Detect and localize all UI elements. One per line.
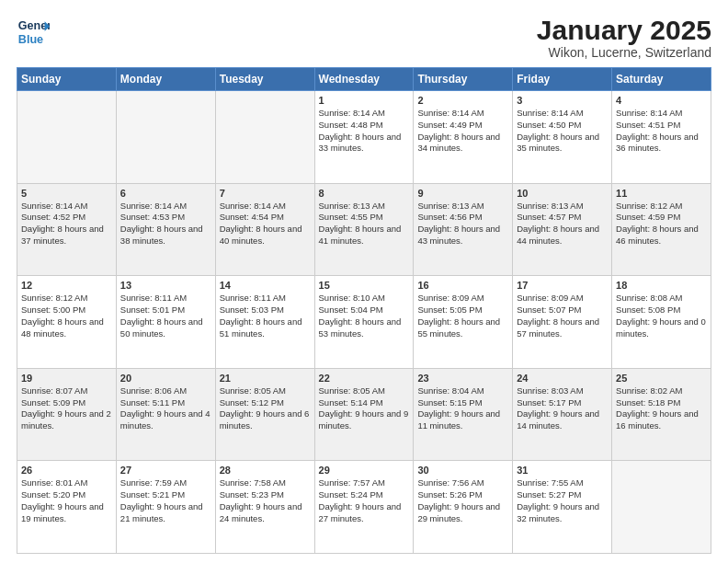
calendar-week-row: 26Sunrise: 8:01 AMSunset: 5:20 PMDayligh…	[17, 461, 711, 554]
day-number: 28	[220, 465, 311, 476]
day-info: Sunrise: 8:14 AMSunset: 4:53 PMDaylight:…	[120, 201, 211, 247]
day-info: Sunrise: 8:07 AMSunset: 5:09 PMDaylight:…	[21, 385, 112, 432]
calendar-cell: 19Sunrise: 8:07 AMSunset: 5:09 PMDayligh…	[17, 368, 117, 461]
day-number: 9	[417, 188, 508, 199]
calendar-cell: 29Sunrise: 7:57 AMSunset: 5:24 PMDayligh…	[314, 461, 414, 554]
calendar-cell: 10Sunrise: 8:13 AMSunset: 4:57 PMDayligh…	[513, 183, 612, 276]
calendar-cell: 23Sunrise: 8:04 AMSunset: 5:15 PMDayligh…	[414, 368, 513, 461]
weekday-header-friday: Friday	[513, 68, 612, 91]
calendar-cell: 24Sunrise: 8:03 AMSunset: 5:17 PMDayligh…	[513, 368, 612, 461]
day-number: 11	[616, 188, 707, 199]
day-info: Sunrise: 8:06 AMSunset: 5:11 PMDaylight:…	[120, 385, 211, 432]
logo-area: General Blue	[17, 15, 50, 48]
calendar-week-row: 1Sunrise: 8:14 AMSunset: 4:48 PMDaylight…	[17, 91, 711, 184]
calendar-cell	[612, 461, 711, 554]
calendar-cell: 28Sunrise: 7:58 AMSunset: 5:23 PMDayligh…	[215, 461, 314, 554]
calendar-cell: 21Sunrise: 8:05 AMSunset: 5:12 PMDayligh…	[215, 368, 314, 461]
day-info: Sunrise: 8:11 AMSunset: 5:03 PMDaylight:…	[220, 293, 311, 339]
calendar-cell: 22Sunrise: 8:05 AMSunset: 5:14 PMDayligh…	[314, 368, 414, 461]
calendar-cell: 30Sunrise: 7:56 AMSunset: 5:26 PMDayligh…	[414, 461, 513, 554]
day-number: 25	[616, 373, 707, 384]
day-number: 29	[319, 465, 410, 476]
day-number: 31	[517, 465, 608, 476]
day-info: Sunrise: 8:13 AMSunset: 4:56 PMDaylight:…	[417, 201, 508, 247]
day-number: 21	[220, 373, 311, 384]
day-number: 6	[120, 188, 211, 199]
day-info: Sunrise: 8:12 AMSunset: 4:59 PMDaylight:…	[616, 201, 707, 247]
calendar-cell	[17, 91, 117, 184]
day-info: Sunrise: 8:13 AMSunset: 4:57 PMDaylight:…	[517, 201, 608, 247]
day-number: 2	[417, 95, 508, 106]
calendar-cell: 27Sunrise: 7:59 AMSunset: 5:21 PMDayligh…	[116, 461, 215, 554]
day-number: 14	[220, 280, 311, 291]
calendar-cell: 25Sunrise: 8:02 AMSunset: 5:18 PMDayligh…	[612, 368, 711, 461]
day-info: Sunrise: 8:09 AMSunset: 5:07 PMDaylight:…	[517, 293, 608, 339]
calendar-cell: 2Sunrise: 8:14 AMSunset: 4:49 PMDaylight…	[414, 91, 513, 184]
day-info: Sunrise: 8:14 AMSunset: 4:50 PMDaylight:…	[517, 108, 608, 155]
weekday-header-thursday: Thursday	[414, 68, 513, 91]
day-info: Sunrise: 8:14 AMSunset: 4:49 PMDaylight:…	[417, 108, 508, 155]
day-info: Sunrise: 8:14 AMSunset: 4:52 PMDaylight:…	[21, 201, 112, 247]
calendar-cell: 6Sunrise: 8:14 AMSunset: 4:53 PMDaylight…	[116, 183, 215, 276]
day-info: Sunrise: 8:10 AMSunset: 5:04 PMDaylight:…	[319, 293, 410, 339]
day-number: 27	[120, 465, 211, 476]
day-info: Sunrise: 8:14 AMSunset: 4:48 PMDaylight:…	[319, 108, 410, 155]
calendar-title: January 2025	[537, 15, 711, 45]
weekday-header-saturday: Saturday	[612, 68, 711, 91]
day-info: Sunrise: 7:58 AMSunset: 5:23 PMDaylight:…	[220, 477, 311, 524]
calendar-cell: 31Sunrise: 7:55 AMSunset: 5:27 PMDayligh…	[513, 461, 612, 554]
generalblue-logo-icon: General Blue	[17, 15, 50, 48]
day-info: Sunrise: 7:59 AMSunset: 5:21 PMDaylight:…	[120, 477, 211, 524]
day-info: Sunrise: 8:05 AMSunset: 5:12 PMDaylight:…	[220, 385, 311, 432]
calendar-cell: 15Sunrise: 8:10 AMSunset: 5:04 PMDayligh…	[314, 276, 414, 369]
day-number: 22	[319, 373, 410, 384]
calendar-week-row: 5Sunrise: 8:14 AMSunset: 4:52 PMDaylight…	[17, 183, 711, 276]
calendar-week-row: 12Sunrise: 8:12 AMSunset: 5:00 PMDayligh…	[17, 276, 711, 369]
day-number: 26	[21, 465, 112, 476]
day-info: Sunrise: 7:56 AMSunset: 5:26 PMDaylight:…	[417, 477, 508, 524]
day-number: 7	[220, 188, 311, 199]
calendar-cell: 4Sunrise: 8:14 AMSunset: 4:51 PMDaylight…	[612, 91, 711, 184]
day-info: Sunrise: 8:02 AMSunset: 5:18 PMDaylight:…	[616, 385, 707, 432]
day-info: Sunrise: 8:14 AMSunset: 4:54 PMDaylight:…	[220, 201, 311, 247]
day-number: 3	[517, 95, 608, 106]
calendar-cell: 1Sunrise: 8:14 AMSunset: 4:48 PMDaylight…	[314, 91, 414, 184]
day-info: Sunrise: 8:05 AMSunset: 5:14 PMDaylight:…	[319, 385, 410, 432]
day-info: Sunrise: 8:09 AMSunset: 5:05 PMDaylight:…	[417, 293, 508, 339]
title-area: January 2025 Wikon, Lucerne, Switzerland	[537, 15, 711, 60]
day-number: 5	[21, 188, 112, 199]
day-info: Sunrise: 7:57 AMSunset: 5:24 PMDaylight:…	[319, 477, 410, 524]
weekday-header-monday: Monday	[116, 68, 215, 91]
page: General Blue January 2025 Wikon, Lucerne…	[0, 0, 728, 563]
weekday-header-wednesday: Wednesday	[314, 68, 414, 91]
day-number: 12	[21, 280, 112, 291]
calendar-cell: 13Sunrise: 8:11 AMSunset: 5:01 PMDayligh…	[116, 276, 215, 369]
calendar-table: SundayMondayTuesdayWednesdayThursdayFrid…	[17, 67, 711, 554]
day-number: 8	[319, 188, 410, 199]
day-info: Sunrise: 8:01 AMSunset: 5:20 PMDaylight:…	[21, 477, 112, 524]
calendar-cell	[215, 91, 314, 184]
day-number: 16	[417, 280, 508, 291]
calendar-cell: 9Sunrise: 8:13 AMSunset: 4:56 PMDaylight…	[414, 183, 513, 276]
calendar-cell: 7Sunrise: 8:14 AMSunset: 4:54 PMDaylight…	[215, 183, 314, 276]
calendar-cell: 18Sunrise: 8:08 AMSunset: 5:08 PMDayligh…	[612, 276, 711, 369]
calendar-subtitle: Wikon, Lucerne, Switzerland	[537, 45, 711, 60]
day-number: 23	[417, 373, 508, 384]
weekday-header-sunday: Sunday	[17, 68, 117, 91]
calendar-cell: 20Sunrise: 8:06 AMSunset: 5:11 PMDayligh…	[116, 368, 215, 461]
day-info: Sunrise: 7:55 AMSunset: 5:27 PMDaylight:…	[517, 477, 608, 524]
day-number: 4	[616, 95, 707, 106]
calendar-cell: 12Sunrise: 8:12 AMSunset: 5:00 PMDayligh…	[17, 276, 117, 369]
day-number: 20	[120, 373, 211, 384]
calendar-cell: 11Sunrise: 8:12 AMSunset: 4:59 PMDayligh…	[612, 183, 711, 276]
day-info: Sunrise: 8:03 AMSunset: 5:17 PMDaylight:…	[517, 385, 608, 432]
day-info: Sunrise: 8:12 AMSunset: 5:00 PMDaylight:…	[21, 293, 112, 339]
day-number: 18	[616, 280, 707, 291]
calendar-cell: 5Sunrise: 8:14 AMSunset: 4:52 PMDaylight…	[17, 183, 117, 276]
calendar-week-row: 19Sunrise: 8:07 AMSunset: 5:09 PMDayligh…	[17, 368, 711, 461]
day-info: Sunrise: 8:11 AMSunset: 5:01 PMDaylight:…	[120, 293, 211, 339]
calendar-cell	[116, 91, 215, 184]
day-info: Sunrise: 8:14 AMSunset: 4:51 PMDaylight:…	[616, 108, 707, 155]
day-number: 15	[319, 280, 410, 291]
calendar-cell: 17Sunrise: 8:09 AMSunset: 5:07 PMDayligh…	[513, 276, 612, 369]
